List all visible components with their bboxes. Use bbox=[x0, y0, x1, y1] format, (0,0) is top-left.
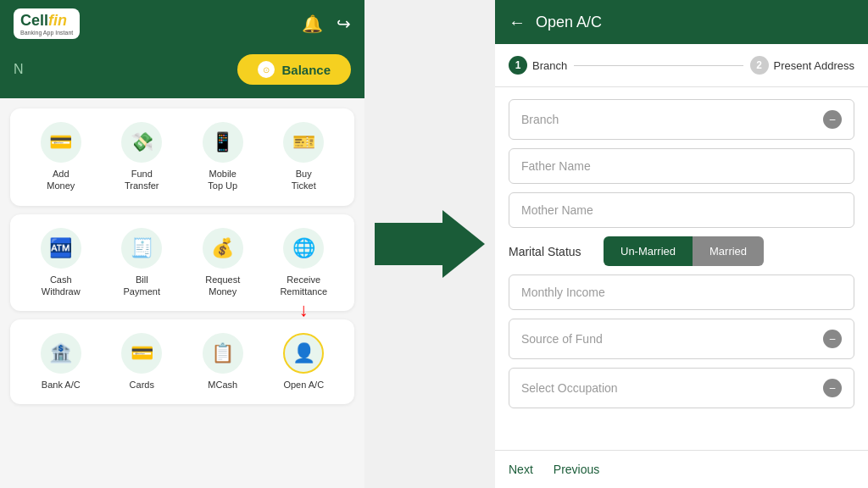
father-name-placeholder: Father Name bbox=[521, 159, 591, 173]
direction-arrow bbox=[375, 210, 485, 278]
notification-icon[interactable]: 🔔 bbox=[302, 14, 323, 34]
logo-tagline: Banking App Instant bbox=[20, 30, 73, 36]
step-1: 1 Branch bbox=[509, 56, 567, 75]
request-money-icon: 💰 bbox=[203, 228, 243, 269]
menu-item-add-money[interactable]: 💳 AddMoney bbox=[31, 122, 91, 192]
branch-input-wrapper[interactable]: Branch – bbox=[509, 99, 854, 140]
step1-label: Branch bbox=[532, 59, 567, 72]
menu-item-mobile-topup[interactable]: 📱 MobileTop Up bbox=[193, 122, 253, 192]
mother-name-placeholder: Mother Name bbox=[521, 203, 593, 217]
logo: Cellfin Banking App Instant bbox=[14, 8, 80, 39]
add-money-label: AddMoney bbox=[47, 168, 75, 192]
receive-remittance-label: ReceiveRemittance bbox=[280, 274, 327, 298]
add-money-icon: 💳 bbox=[41, 122, 81, 163]
father-name-input-wrapper[interactable]: Father Name bbox=[509, 148, 854, 184]
buy-ticket-label: BuyTicket bbox=[292, 168, 316, 192]
request-money-label: RequestMoney bbox=[205, 274, 240, 298]
source-of-fund-field: Source of Fund – bbox=[509, 319, 854, 359]
source-of-fund-dropdown-icon: – bbox=[823, 330, 842, 348]
select-occupation-dropdown-icon: – bbox=[823, 379, 842, 397]
balance-button[interactable]: ⊙ Balance bbox=[237, 54, 351, 85]
menu-card-row1: 💳 AddMoney 💸 FundTransfer 📱 MobileTop Up… bbox=[10, 108, 354, 206]
marital-status-label: Marital Status bbox=[509, 245, 593, 258]
menu-card-row3: 🏦 Bank A/C 💳 Cards 📋 MCash ↓ 👤 Open A/C bbox=[10, 319, 354, 404]
bill-payment-label: BillPayment bbox=[124, 274, 160, 298]
mobile-topup-label: MobileTop Up bbox=[208, 168, 237, 192]
logo-cell: Cell bbox=[20, 12, 48, 29]
balance-label: Balance bbox=[281, 63, 331, 77]
app-header: Cellfin Banking App Instant 🔔 ↪ bbox=[0, 0, 364, 47]
menu-item-buy-ticket[interactable]: 🎫 BuyTicket bbox=[274, 122, 333, 192]
menu-item-cash-withdraw[interactable]: 🏧 CashWithdraw bbox=[31, 228, 91, 298]
select-occupation-input-wrapper[interactable]: Select Occupation – bbox=[509, 368, 854, 408]
source-of-fund-placeholder: Source of Fund bbox=[521, 332, 603, 346]
menu-item-cards[interactable]: 💳 Cards bbox=[112, 333, 171, 391]
menu-card-row2: 🏧 CashWithdraw 🧾 BillPayment 💰 RequestMo… bbox=[10, 214, 354, 312]
step2-circle: 2 bbox=[750, 56, 769, 75]
bank-ac-icon: 🏦 bbox=[41, 333, 81, 374]
married-button[interactable]: Married bbox=[693, 236, 764, 266]
back-button[interactable]: ← bbox=[509, 13, 526, 32]
branch-field: Branch – bbox=[509, 99, 854, 140]
marital-status-row: Marital Status Un-Married Married bbox=[509, 236, 854, 266]
cash-withdraw-label: CashWithdraw bbox=[42, 274, 81, 298]
form-footer: Next Previous bbox=[495, 450, 868, 488]
balance-section: N ⊙ Balance bbox=[0, 47, 364, 98]
mother-name-input-wrapper[interactable]: Mother Name bbox=[509, 192, 854, 228]
step1-circle: 1 bbox=[509, 56, 527, 75]
arrow-body bbox=[375, 223, 442, 265]
menu-item-fund-transfer[interactable]: 💸 FundTransfer bbox=[112, 122, 171, 192]
stepper: 1 Branch 2 Present Address bbox=[495, 44, 868, 87]
open-ac-icon: 👤 bbox=[283, 333, 324, 374]
step-line bbox=[574, 65, 743, 66]
mcash-label: MCash bbox=[208, 379, 237, 391]
menu-item-receive-remittance[interactable]: 🌐 ReceiveRemittance bbox=[274, 228, 333, 298]
open-ac-label: Open A/C bbox=[283, 379, 324, 391]
cash-withdraw-icon: 🏧 bbox=[41, 228, 81, 269]
form-header: ← Open A/C bbox=[495, 0, 868, 44]
arrow-container bbox=[364, 0, 495, 488]
source-of-fund-input-wrapper[interactable]: Source of Fund – bbox=[509, 319, 854, 359]
menu-item-open-ac[interactable]: ↓ 👤 Open A/C bbox=[274, 333, 333, 391]
unmarried-button[interactable]: Un-Married bbox=[604, 236, 693, 266]
monthly-income-placeholder: Monthly Income bbox=[521, 286, 605, 299]
monthly-income-field: Monthly Income bbox=[509, 274, 854, 310]
mcash-icon: 📋 bbox=[203, 333, 243, 374]
father-name-field: Father Name bbox=[509, 148, 854, 184]
bill-payment-icon: 🧾 bbox=[121, 228, 162, 269]
content-area: 💳 AddMoney 💸 FundTransfer 📱 MobileTop Up… bbox=[0, 98, 364, 488]
header-icons: 🔔 ↪ bbox=[302, 14, 351, 34]
bank-ac-label: Bank A/C bbox=[42, 379, 81, 391]
nav-indicator: N bbox=[14, 62, 24, 77]
right-panel: ← Open A/C 1 Branch 2 Present Address Br… bbox=[495, 0, 868, 488]
branch-dropdown-icon: – bbox=[823, 110, 842, 129]
menu-item-bill-payment[interactable]: 🧾 BillPayment bbox=[112, 228, 171, 298]
branch-placeholder: Branch bbox=[521, 113, 559, 126]
buy-ticket-icon: 🎫 bbox=[283, 122, 324, 163]
step2-label: Present Address bbox=[774, 59, 854, 72]
select-occupation-placeholder: Select Occupation bbox=[521, 381, 618, 395]
next-button[interactable]: Next bbox=[509, 459, 533, 480]
balance-icon: ⊙ bbox=[258, 61, 275, 78]
logout-icon[interactable]: ↪ bbox=[337, 14, 351, 34]
receive-remittance-icon: 🌐 bbox=[283, 228, 324, 269]
mother-name-field: Mother Name bbox=[509, 192, 854, 228]
red-arrow: ↓ bbox=[299, 299, 309, 321]
menu-item-bank-ac[interactable]: 🏦 Bank A/C bbox=[31, 333, 91, 391]
mobile-topup-icon: 📱 bbox=[203, 122, 243, 163]
marital-buttons: Un-Married Married bbox=[604, 236, 764, 266]
cards-icon: 💳 bbox=[121, 333, 162, 374]
menu-item-mcash[interactable]: 📋 MCash bbox=[193, 333, 253, 391]
menu-item-request-money[interactable]: 💰 RequestMoney bbox=[193, 228, 253, 298]
step-2: 2 Present Address bbox=[750, 56, 854, 75]
form-title: Open A/C bbox=[536, 14, 602, 31]
cards-label: Cards bbox=[130, 379, 154, 391]
arrow-head bbox=[442, 210, 485, 278]
logo-fin: fin bbox=[48, 12, 67, 29]
fund-transfer-label: FundTransfer bbox=[125, 168, 159, 192]
previous-button[interactable]: Previous bbox=[554, 459, 599, 480]
fund-transfer-icon: 💸 bbox=[121, 122, 162, 163]
left-panel: Cellfin Banking App Instant 🔔 ↪ N ⊙ Bala… bbox=[0, 0, 364, 488]
monthly-income-input-wrapper[interactable]: Monthly Income bbox=[509, 274, 854, 310]
form-body: Branch – Father Name Mother Name Marital… bbox=[495, 87, 868, 450]
